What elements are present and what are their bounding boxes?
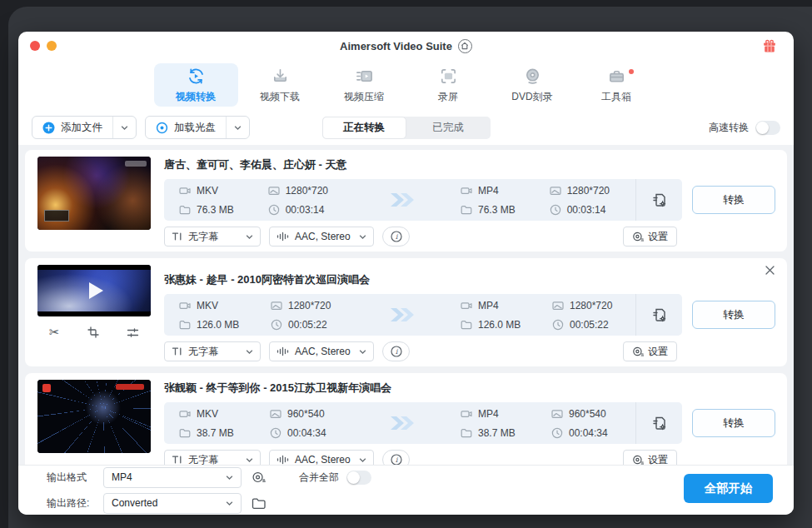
row-controls: 无字幕 AAC, Stereo i 设置 [164, 341, 775, 361]
media-info-button[interactable]: i [382, 341, 410, 361]
output-path-select[interactable]: Converted [103, 493, 242, 514]
home-icon[interactable] [458, 39, 472, 53]
video-title: 唐古、童可可、李佑晨、庄心妍 - 天意 [164, 157, 775, 172]
remove-row-button[interactable] [763, 263, 777, 277]
chevron-down-icon [359, 457, 366, 463]
target-size: 38.7 MB [461, 427, 531, 439]
load-disc-dropdown[interactable] [226, 117, 249, 138]
tab-toolbox[interactable]: 工具箱 [575, 63, 659, 107]
minimize-window-button[interactable] [47, 41, 57, 51]
convert-button[interactable]: 转换 [692, 409, 775, 437]
compress-icon [355, 67, 374, 86]
close-window-button[interactable] [30, 41, 40, 51]
svg-text:i: i [395, 232, 398, 241]
resolution-icon [271, 300, 282, 311]
document-gear-icon [650, 192, 668, 209]
tab-converting[interactable]: 正在转换 [322, 117, 406, 139]
thumbnail-column [37, 378, 151, 465]
tab-screen-record[interactable]: 录屏 [406, 63, 491, 107]
resolution-icon [268, 185, 280, 197]
info-icon: i [391, 346, 402, 357]
gear-icon [632, 346, 644, 357]
trim-icon[interactable]: ✂ [49, 325, 60, 340]
video-thumbnail[interactable] [37, 157, 151, 230]
convert-direction-arrow [342, 191, 461, 209]
svg-text:i: i [395, 456, 398, 464]
convert-button[interactable]: 转换 [692, 186, 775, 214]
audio-track-select[interactable]: AAC, Stereo [269, 341, 374, 361]
row-controls: 无字幕 AAC, Stereo i 设置 [164, 227, 775, 247]
gear-icon [252, 471, 266, 485]
subtitle-select[interactable]: 无字幕 [164, 450, 261, 465]
media-info-strip: MKV 1280*720 126.0 MB 00:05:22 MP4 1280*… [164, 294, 682, 336]
merge-all-label: 合并全部 [299, 471, 339, 485]
toolbox-notification-dot [629, 69, 634, 74]
row-settings-button[interactable]: 设置 [623, 227, 677, 247]
clock-icon [268, 204, 280, 216]
output-format-select[interactable]: MP4 [103, 467, 242, 488]
merge-all-control: 合并全部 [299, 471, 371, 485]
add-file-button[interactable]: 添加文件 [32, 116, 137, 139]
adjust-icon[interactable] [127, 327, 139, 338]
source-duration: 00:03:14 [268, 204, 342, 216]
crop-icon[interactable] [87, 326, 99, 338]
media-info-button[interactable]: i [382, 450, 410, 465]
output-footer: 输出格式 MP4 合并全部 输出路径: Converted [18, 465, 794, 515]
output-format-settings-icon[interactable] [635, 294, 682, 336]
resolution-icon [552, 300, 564, 311]
load-disc-button[interactable]: 加载光盘 [145, 116, 250, 139]
chevron-down-icon [359, 349, 366, 355]
audio-track-select[interactable]: AAC, Stereo [269, 227, 374, 247]
media-info-button[interactable]: i [382, 227, 410, 247]
video-format-icon [461, 408, 472, 420]
thumbnail-overlay-box [44, 210, 69, 222]
target-info: MP4 1280*720 126.0 MB 00:05:22 [461, 300, 624, 331]
video-thumbnail[interactable] [37, 265, 151, 316]
clock-icon [551, 427, 563, 439]
thumbnail-edit-bar: ✂ [37, 321, 151, 343]
add-file-dropdown[interactable] [112, 117, 136, 138]
target-duration: 00:03:14 [550, 204, 624, 216]
gift-promo-icon[interactable] [762, 38, 777, 53]
video-thumbnail[interactable] [37, 380, 151, 453]
plus-circle-icon [42, 122, 55, 134]
video-format-icon [179, 300, 191, 311]
output-format-settings-icon[interactable] [635, 179, 682, 221]
tab-label: DVD刻录 [511, 90, 552, 104]
toolbox-icon [607, 67, 626, 86]
window-title-text: Aimersoft Video Suite [340, 40, 452, 52]
tab-finished[interactable]: 已完成 [406, 117, 491, 139]
tab-video-download[interactable]: 视频下载 [238, 63, 322, 107]
open-folder-icon[interactable] [250, 497, 267, 510]
target-duration: 00:05:22 [552, 319, 624, 331]
source-size: 76.3 MB [179, 204, 248, 216]
target-info: MP4 1280*720 76.3 MB 00:03:14 [461, 185, 624, 216]
format-settings-icon[interactable] [250, 471, 267, 485]
chevron-down-icon [226, 475, 233, 481]
resolution-icon [551, 408, 563, 420]
window-title: Aimersoft Video Suite [340, 39, 472, 53]
tab-dvd-burn[interactable]: DVD刻录 [491, 63, 575, 107]
subtitle-select[interactable]: 无字幕 [164, 227, 261, 247]
video-format-icon [461, 300, 472, 311]
merge-all-toggle[interactable] [346, 471, 371, 485]
tab-label: 视频下载 [260, 90, 300, 104]
high-speed-toggle[interactable] [755, 121, 780, 135]
tab-label: 视频转换 [176, 90, 216, 104]
thumbnail-column: ✂ [37, 263, 151, 361]
subtitle-select[interactable]: 无字幕 [164, 341, 261, 361]
source-size: 38.7 MB [179, 427, 250, 439]
output-format-settings-icon[interactable] [635, 402, 682, 444]
output-path-label: 输出路径: [47, 496, 95, 511]
convert-button[interactable]: 转换 [692, 301, 775, 329]
add-file-label: 添加文件 [61, 121, 102, 135]
play-overlay-icon[interactable] [37, 265, 151, 316]
video-list: 唐古、童可可、李佑晨、庄心妍 - 天意 MKV 1280*720 76.3 MB… [18, 145, 794, 465]
folder-icon [179, 427, 191, 439]
row-settings-button[interactable]: 设置 [623, 450, 677, 465]
tab-video-compress[interactable]: 视频压缩 [322, 63, 406, 107]
start-all-button[interactable]: 全部开始 [684, 474, 773, 503]
tab-video-convert[interactable]: 视频转换 [154, 63, 238, 107]
audio-track-select[interactable]: AAC, Stereo [269, 450, 374, 465]
row-settings-button[interactable]: 设置 [623, 341, 677, 361]
